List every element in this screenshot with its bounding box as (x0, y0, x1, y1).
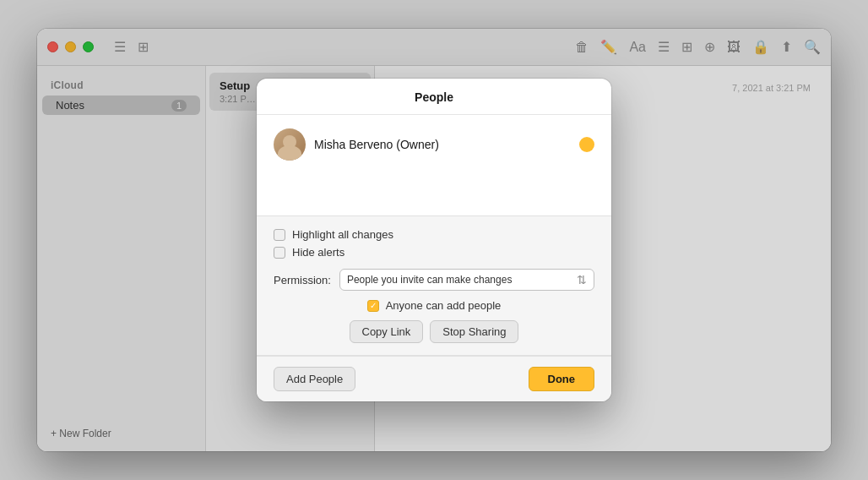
people-modal: People Misha Berveno (Owner) Highlight a… (257, 79, 611, 401)
anyone-can-add-row[interactable]: ✓ Anyone can add people (274, 299, 594, 312)
copy-link-button[interactable]: Copy Link (350, 320, 424, 343)
modal-footer: Add People Done (257, 356, 611, 401)
hide-alerts-row[interactable]: Hide alerts (274, 246, 594, 259)
anyone-label: Anyone can add people (386, 299, 502, 312)
highlight-changes-row[interactable]: Highlight all changes (274, 228, 594, 241)
permission-label: Permission: (274, 274, 331, 286)
modal-header: People (257, 79, 611, 115)
select-arrow-icon: ⇅ (577, 273, 587, 286)
permission-row: Permission: People you invite can make c… (274, 269, 594, 291)
hide-alerts-label: Hide alerts (292, 246, 344, 259)
hide-alerts-checkbox[interactable] (274, 247, 285, 259)
permission-value: People you invite can make changes (347, 274, 512, 286)
mac-window: ☰ ⊞ 🗑 ✏️ Aa ☰ ⊞ ⊕ 🖼 🔒 ⬆ 🔍 iCloud Notes 1 (37, 29, 831, 451)
modal-options-section: Highlight all changes Hide alerts Permis… (257, 216, 611, 356)
highlight-changes-checkbox[interactable] (274, 229, 285, 241)
avatar (274, 128, 306, 161)
modal-overlay: People Misha Berveno (Owner) Highlight a… (37, 29, 831, 451)
action-row: Copy Link Stop Sharing (274, 320, 594, 343)
modal-title: People (415, 90, 453, 104)
modal-people-section: Misha Berveno (Owner) (257, 115, 611, 216)
highlight-changes-label: Highlight all changes (292, 228, 393, 241)
person-row: Misha Berveno (Owner) (274, 128, 594, 161)
permission-select[interactable]: People you invite can make changes ⇅ (339, 269, 594, 291)
stop-sharing-button[interactable]: Stop Sharing (430, 320, 518, 343)
person-name: Misha Berveno (Owner) (314, 138, 571, 151)
status-dot (579, 137, 594, 152)
anyone-checkbox[interactable]: ✓ (367, 300, 379, 312)
done-button[interactable]: Done (529, 367, 595, 391)
add-people-button[interactable]: Add People (274, 367, 355, 391)
